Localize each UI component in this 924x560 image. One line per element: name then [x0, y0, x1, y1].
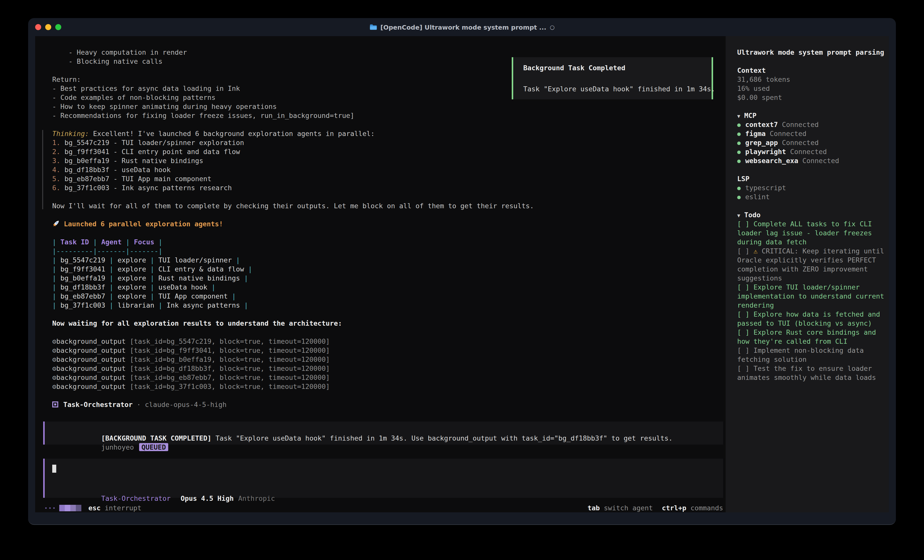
spinner-dot [45, 507, 47, 509]
composer-agent[interactable]: Task-Orchestrator [101, 494, 171, 502]
minimize-button[interactable] [45, 24, 51, 30]
warning-icon: ⚠ [753, 247, 762, 255]
gear-icon: ⚙ [52, 346, 56, 354]
gear-icon: ⚙ [52, 355, 56, 363]
lsp-item: eslint [737, 192, 889, 201]
todo-item: [ ] Explore how data is fetched and pass… [737, 310, 885, 328]
connected-dot-icon [737, 160, 741, 163]
sidebar-footer: OpenCode 1.0.152 [737, 503, 851, 512]
todo-item: [ ] Test the fix to ensure loader animat… [737, 364, 885, 382]
tool-call-line: ⚙background_output [task_id=bg_eb87ebb7,… [52, 373, 726, 382]
connected-dot-icon [737, 196, 741, 199]
esc-key: esc [88, 503, 100, 512]
table-row: | bg_37f1c003 | librarian | Ink async pa… [52, 301, 726, 310]
lsp-heading: LSP [737, 174, 889, 183]
thinking-line: 3. bg_b0effa19 - Rust native bindings [52, 156, 726, 165]
gear-icon: ⚙ [52, 382, 56, 391]
connected-dot-icon [737, 132, 741, 136]
mcp-item: websearch_exa Connected [737, 156, 889, 165]
progress-spinner-icon [59, 505, 81, 511]
message-prefix: [BACKGROUND TASK COMPLETED] [101, 434, 212, 442]
toast-body: Task "Explore useData hook" finished in … [523, 84, 712, 93]
notification-toast: Background Task Completed Task "Explore … [512, 57, 713, 99]
launch-line: Launched 6 parallel exploration agents! [52, 219, 726, 228]
connected-dot-icon [737, 142, 741, 145]
gear-icon: ⚙ [52, 373, 56, 381]
composer-provider: Anthropic [238, 494, 275, 502]
statusbar: esc interrupt tab switch agent ctrl+p co… [35, 503, 726, 512]
spinner-dot [53, 507, 55, 509]
traffic-lights [35, 18, 61, 36]
desktop: [OpenCode] Ultrawork mode system prompt … [0, 0, 924, 560]
todo-section-header[interactable]: ▼Todo [737, 210, 889, 219]
chevron-down-icon: ▼ [737, 114, 740, 119]
message-user: junhoyeo [101, 443, 134, 451]
context-heading: Context [737, 66, 889, 75]
rocket-icon [52, 220, 60, 227]
table-header-row: | Task ID | Agent | Focus | [52, 237, 726, 246]
statusbar-right: tab switch agent ctrl+p commands [588, 503, 723, 512]
tool-call-line: ⚙background_output [task_id=bg_df18bb3f,… [52, 364, 726, 373]
mcp-item: grep_app Connected [737, 138, 889, 147]
folder-icon [369, 24, 377, 30]
tool-call-line: ⚙background_output [task_id=bg_5547c219,… [52, 337, 726, 346]
todo-item: [ ] Implement non-blocking data fetching… [737, 346, 885, 364]
blank-line [52, 391, 726, 400]
blank-line [52, 210, 726, 219]
window-title: [OpenCode] Ultrawork mode system prompt … [28, 23, 896, 31]
thinking-line: 5. bg_eb87ebb7 - TUI App main component [52, 174, 726, 183]
thinking-line: Now I'll wait for all of them to complet… [52, 201, 726, 210]
table-row: | bg_eb87ebb7 | explore | TUI App compon… [52, 292, 726, 301]
table-row: | bg_5547c219 | explore | TUI loader/spi… [52, 255, 726, 265]
close-button[interactable] [35, 24, 41, 30]
text-cursor [52, 465, 56, 473]
todo-item: [ ] Explore Rust core bindings and how t… [737, 328, 885, 346]
chat-transcript-pane[interactable]: - Heavy computation in render - Blocking… [35, 36, 726, 512]
todo-item: [ ] Explore TUI loader/spinner implement… [737, 283, 885, 310]
tool-call-line: ⚙background_output [task_id=bg_f9ff3041,… [52, 346, 726, 355]
connected-dot-icon [737, 151, 741, 154]
thinking-line: 2. bg_f9ff3041 - CLI entry point and dat… [52, 147, 726, 156]
context-stat: 16% used [737, 84, 889, 93]
blank-line [52, 310, 726, 319]
window-status-icon: ○ [550, 24, 555, 30]
mcp-item: playwright Connected [737, 147, 889, 156]
mcp-section-header[interactable]: ▼MCP [737, 111, 889, 120]
sidebar-title: Ultrawork mode system prompt parsing [737, 48, 889, 57]
thinking-line: 6. bg_37f1c003 - Ink async patterns rese… [52, 183, 726, 192]
todo-item: [ ] Complete ALL tasks to fix CLI loader… [737, 219, 885, 246]
blank-line [52, 328, 726, 337]
composer-model[interactable]: Opus 4.5 High [180, 494, 234, 502]
blank-line [737, 165, 889, 174]
context-stat: 31,686 tokens [737, 75, 889, 84]
mcp-item: figma Connected [737, 129, 889, 138]
window-titlebar[interactable]: [OpenCode] Ultrawork mode system prompt … [28, 18, 896, 36]
blank-line [737, 102, 889, 111]
esc-label: interrupt [105, 503, 141, 512]
waiting-line: Now waiting for all exploration results … [52, 319, 726, 328]
thinking-line: 1. bg_5547c219 - TUI loader/spinner expl… [52, 138, 726, 147]
terminal-window: [OpenCode] Ultrawork mode system prompt … [28, 18, 896, 525]
window-title-text: [OpenCode] Ultrawork mode system prompt … [380, 23, 546, 31]
blank-line [52, 120, 726, 129]
table-row: | bg_df18bb3f | explore | useData hook | [52, 283, 726, 292]
terminal-content: - Heavy computation in render - Blocking… [35, 36, 889, 512]
context-stat: $0.00 spent [737, 93, 889, 102]
statusbar-left: esc interrupt [45, 503, 141, 512]
tab-key: tab [588, 504, 600, 512]
sidebar: Ultrawork mode system prompt parsingCont… [726, 36, 889, 512]
context-line: - Heavy computation in render [52, 48, 726, 57]
thinking-block: Thinking: Excellent! I've launched 6 bac… [52, 129, 726, 210]
message-body: Task "Explore useData hook" finished in … [212, 434, 673, 442]
tool-call-line: ⚙background_output [task_id=bg_b0effa19,… [52, 355, 726, 364]
tab-label: switch agent [604, 504, 653, 512]
blank-line [52, 228, 726, 237]
composer[interactable]: Task-OrchestratorOpus 4.5 HighAnthropic [43, 459, 723, 498]
gear-icon: ⚙ [52, 337, 56, 345]
thinking-line: 4. bg_df18bb3f - useData hook [52, 165, 726, 174]
agent-footer: Task-Orchestrator · claude-opus-4-5-high [52, 400, 726, 409]
todo-item: [ ] ⚠ CRITICAL: Keep iterating until Ora… [737, 246, 885, 283]
sidebar-content: Ultrawork mode system prompt parsingCont… [726, 36, 889, 382]
chevron-down-icon: ▼ [737, 213, 740, 218]
zoom-button[interactable] [55, 24, 61, 30]
